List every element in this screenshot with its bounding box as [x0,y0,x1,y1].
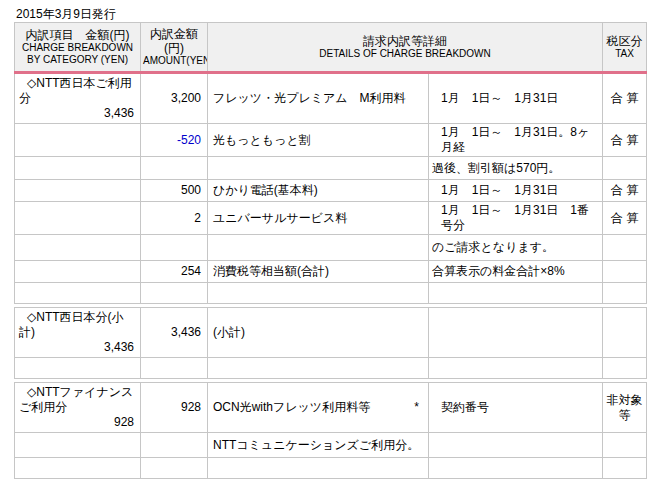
category-cell: ◇NTT西日本ご利用分 3,436 [15,73,141,124]
category-cell [15,358,141,379]
amount-cell: 254 [141,261,208,283]
amount-cell: 3,436 [141,308,208,358]
category-amount: 928 [19,415,136,430]
period-cell [429,283,603,304]
detail-cell: ひかり電話(基本料) [208,180,429,202]
category-amount: 3,436 [19,340,136,355]
tax-cell: 合 算 [603,73,647,124]
category-cell [15,157,141,180]
table-row: -520 光もっともっと割 1月 1日～ 1月31日。8ヶ月経 合 算 [15,124,647,157]
issue-date: 2015年3月9日発行 [0,0,665,22]
tax-cell: 合 算 [603,124,647,157]
header-details: 請求内訳等詳細 DETAILS OF CHARGE BREAKDOWN [208,23,603,73]
period-cell: 契約番号 [429,383,603,433]
period-cell: 1月 1日～ 1月31日。8ヶ月経 [429,124,603,157]
table-row-empty [15,458,647,479]
tax-cell [603,458,647,479]
detail-cell: (小計) [208,308,429,358]
detail-cell [208,358,429,379]
amount-cell [141,458,208,479]
amount-cell [141,283,208,304]
charges-table-section-2: ◇NTT西日本分(小計) 3,436 3,436 (小計) [14,307,647,379]
category-cell: ◇NTTファイナンスご利用分 928 [15,383,141,433]
subtotal-row: ◇NTT西日本分(小計) 3,436 3,436 (小計) [15,308,647,358]
header-category-en: CHARGE BREAKDOWN BY CATEGORY (YEN) [17,42,138,66]
detail-text: OCN光withフレッツ利用料等 [213,400,370,415]
charges-table-section-1: 内訳項目 金額(円) CHARGE BREAKDOWN BY CATEGORY … [14,22,647,304]
period-cell: 過後、割引額は570円。 [429,157,603,180]
detail-cell: 消費税等相当額(合計) [208,261,429,283]
category-label: ◇NTTファイナンスご利用分 [19,385,136,415]
amount-cell [141,433,208,458]
detail-cell: ユニバーサルサービス料 [208,202,429,235]
category-label: ◇NTT西日本分(小計) [19,310,136,340]
amount-cell: 928 [141,383,208,433]
table-header-row: 内訳項目 金額(円) CHARGE BREAKDOWN BY CATEGORY … [15,23,647,73]
detail-cell [208,458,429,479]
tax-cell: 合 算 [603,202,647,235]
tax-cell [603,358,647,379]
period-cell: 1月 1日～ 1月31日 [429,180,603,202]
detail-cell: フレッツ・光プレミアム M利用料 [208,73,429,124]
amount-cell [141,358,208,379]
detail-cell [208,157,429,180]
tax-cell [603,157,647,180]
table-row: のご請求となります。 [15,235,647,261]
period-cell: 合算表示の料金合計×8% [429,261,603,283]
amount-cell-negative: -520 [141,124,208,157]
period-cell: 1月 1日～ 1月31日 [429,73,603,124]
tax-cell [603,261,647,283]
detail-cell: 光もっともっと割 [208,124,429,157]
category-cell [15,180,141,202]
amount-cell: 3,200 [141,73,208,124]
category-cell [15,261,141,283]
amount-cell [141,235,208,261]
period-cell: のご請求となります。 [429,235,603,261]
table-row-empty [15,283,647,304]
table-row: ◇NTTファイナンスご利用分 928 928 OCN光withフレッツ利用料等 … [15,383,647,433]
tax-cell [603,308,647,358]
table-row: 500 ひかり電話(基本料) 1月 1日～ 1月31日 合 算 [15,180,647,202]
period-cell [429,433,603,458]
table-row-empty [15,358,647,379]
tax-cell [603,433,647,458]
header-amount-en: AMOUNT(YEN) [143,55,205,67]
header-details-ja: 請求内訳等詳細 [210,34,600,48]
period-cell [429,458,603,479]
category-cell: ◇NTT西日本分(小計) 3,436 [15,308,141,358]
category-cell [15,124,141,157]
detail-cell: NTTコミュニケーションズご利用分。 [208,433,429,458]
category-amount: 3,436 [19,106,136,121]
tax-cell: 合 算 [603,180,647,202]
header-tax-en: TAX [605,48,644,60]
detail-cell [208,235,429,261]
tax-cell: 非対象等 [603,383,647,433]
amount-cell [141,157,208,180]
charges-table-section-3: ◇NTTファイナンスご利用分 928 928 OCN光withフレッツ利用料等 … [14,382,647,479]
detail-cell [208,283,429,304]
period-cell [429,308,603,358]
tax-cell [603,283,647,304]
table-row: 254 消費税等相当額(合計) 合算表示の料金合計×8% [15,261,647,283]
category-cell [15,235,141,261]
category-cell [15,458,141,479]
billing-breakdown: 内訳項目 金額(円) CHARGE BREAKDOWN BY CATEGORY … [14,22,665,481]
header-amount: 内訳金額(円) AMOUNT(YEN) [141,23,208,73]
table-row: ◇NTT西日本ご利用分 3,436 3,200 フレッツ・光プレミアム M利用料… [15,73,647,124]
header-category: 内訳項目 金額(円) CHARGE BREAKDOWN BY CATEGORY … [15,23,141,73]
header-tax: 税区分 TAX [603,23,647,73]
header-amount-ja: 内訳金額(円) [143,27,205,55]
amount-cell: 2 [141,202,208,235]
table-row: NTTコミュニケーションズご利用分。 [15,433,647,458]
period-cell [429,358,603,379]
category-cell [15,202,141,235]
category-cell [15,433,141,458]
category-label: ◇NTT西日本ご利用分 [19,76,136,106]
period-cell: 1月 1日～ 1月31日 1番号分 [429,202,603,235]
amount-cell: 500 [141,180,208,202]
detail-cell: OCN光withフレッツ利用料等 * [208,383,429,433]
header-details-en: DETAILS OF CHARGE BREAKDOWN [210,48,600,60]
header-tax-ja: 税区分 [605,34,644,48]
category-cell [15,283,141,304]
asterisk-mark: * [414,400,425,415]
